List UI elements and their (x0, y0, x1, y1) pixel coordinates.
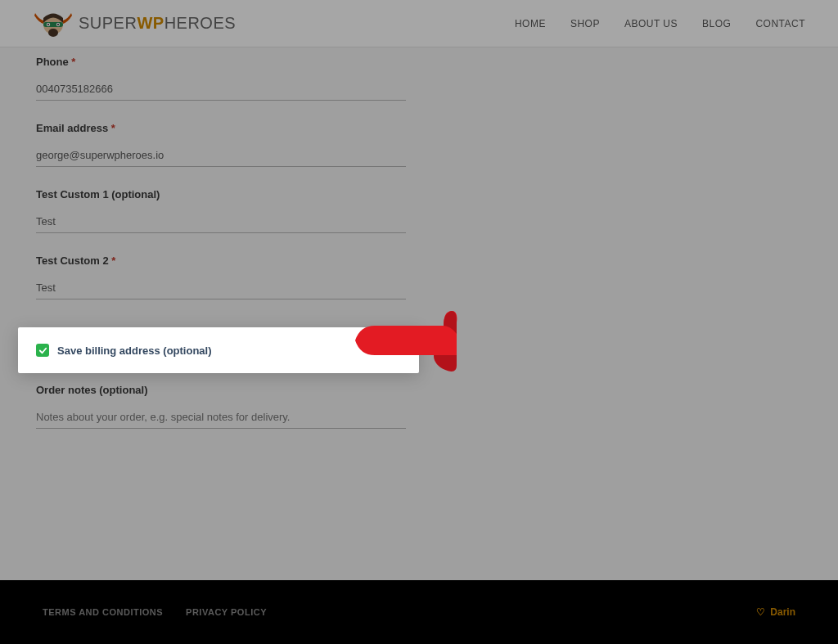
nav-about[interactable]: ABOUT US (624, 18, 678, 29)
phone-label: Phone * (36, 56, 406, 68)
order-notes-label: Order notes (optional) (36, 384, 406, 396)
save-billing-highlight[interactable]: Save billing address (optional) (18, 327, 419, 373)
field-email: Email address * (36, 122, 406, 167)
nav-home[interactable]: HOME (515, 18, 546, 29)
site-logo[interactable]: SUPERWPHEROES (33, 7, 236, 40)
email-label: Email address * (36, 122, 406, 134)
custom1-input[interactable] (36, 212, 406, 233)
svg-rect-1 (43, 22, 63, 27)
nav-blog[interactable]: BLOG (702, 18, 731, 29)
field-order-notes: Order notes (optional) (36, 384, 406, 429)
phone-input[interactable] (36, 79, 406, 101)
field-custom1: Test Custom 1 (optional) (36, 188, 406, 233)
email-input[interactable] (36, 146, 406, 167)
footer-links: TERMS AND CONDITIONS PRIVACY POLICY (43, 607, 267, 617)
checkbox-checked-icon (36, 344, 49, 357)
nav-shop[interactable]: SHOP (570, 18, 600, 29)
heart-icon: ♡ (756, 606, 765, 618)
nav-contact[interactable]: CONTACT (755, 18, 805, 29)
save-billing-label: Save billing address (optional) (57, 345, 212, 357)
hero-logo-icon (33, 7, 74, 40)
logo-text: SUPERWPHEROES (79, 14, 236, 33)
custom1-label: Test Custom 1 (optional) (36, 188, 406, 200)
custom2-input[interactable] (36, 278, 406, 299)
svg-point-4 (47, 24, 49, 25)
field-phone: Phone * (36, 56, 406, 101)
custom2-label: Test Custom 2 * (36, 254, 406, 267)
primary-nav: HOME SHOP ABOUT US BLOG CONTACT (515, 18, 805, 29)
footer-credit: ♡ Darin (756, 606, 795, 618)
site-footer: TERMS AND CONDITIONS PRIVACY POLICY ♡ Da… (0, 580, 838, 644)
order-notes-input[interactable] (36, 408, 406, 429)
callout-ribbon-icon (352, 301, 458, 376)
footer-privacy-link[interactable]: PRIVACY POLICY (186, 607, 267, 617)
footer-terms-link[interactable]: TERMS AND CONDITIONS (43, 607, 163, 617)
svg-point-6 (48, 29, 58, 37)
checkout-form: Phone * Email address * Test Custom 1 (o… (0, 47, 838, 450)
svg-point-5 (57, 24, 59, 25)
site-header: SUPERWPHEROES HOME SHOP ABOUT US BLOG CO… (0, 0, 838, 47)
footer-credit-name: Darin (770, 606, 795, 618)
field-custom2: Test Custom 2 * (36, 254, 406, 299)
